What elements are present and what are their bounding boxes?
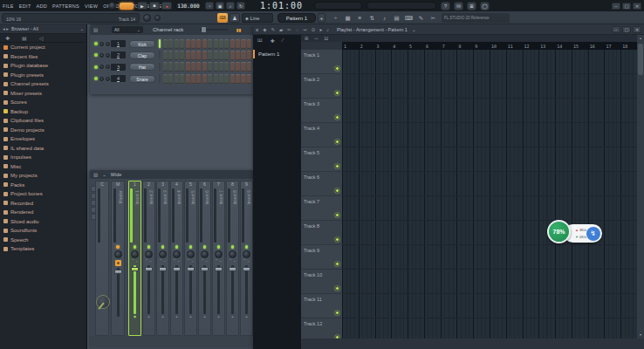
strip-pan-knob[interactable] [145,250,153,258]
playlist-close-button[interactable]: ✕ [633,26,641,33]
channel-name-button[interactable]: Clap [129,51,155,59]
step-cell[interactable] [168,51,173,60]
mixer-strip-5[interactable]: 5Insert 5⌃ ⌄▴ [184,181,197,336]
browser-item-plugin-presets[interactable]: Plugin presets [0,71,86,80]
strip-led[interactable] [189,245,193,249]
channel-select-indicator[interactable] [159,74,161,83]
strip-arm-icon[interactable]: ▴ [157,314,168,319]
strip-led[interactable] [175,245,179,249]
step-cell[interactable] [241,74,245,84]
step-cell[interactable] [196,62,201,72]
track-mute-led[interactable] [335,237,339,242]
mixer-strip-master[interactable]: MMaster [111,181,125,336]
strip-pan-knob[interactable] [215,250,223,258]
step-cell[interactable] [202,62,207,72]
precount-icon[interactable]: ▣ [216,2,224,10]
strip-arm-icon[interactable]: ▴ [185,314,196,319]
main-volume-knob[interactable] [108,2,116,10]
strip-led[interactable] [161,245,165,249]
grid-icon[interactable]: Ш [324,36,328,41]
step-cell[interactable] [202,51,207,60]
mixer-menu-icon[interactable]: ▤ [93,172,98,177]
strip-led[interactable] [217,245,221,249]
playlist-scrollbar[interactable]: ▴ ▾ [637,35,644,339]
strip-led[interactable] [245,245,249,249]
step-cell[interactable] [163,39,168,49]
track-mute-led[interactable] [335,91,339,95]
step-cell[interactable] [168,62,173,72]
step-cell[interactable] [191,62,195,72]
track-header-track-1[interactable]: Track 1 [301,50,342,74]
tempo-display[interactable]: 130.000 [175,2,202,10]
channel-mute-led[interactable] [94,77,98,80]
track-mute-led[interactable] [335,188,339,193]
browser-item-recent-files[interactable]: Recent files [0,52,86,62]
strip-fader[interactable] [200,265,209,314]
step-cell[interactable] [186,51,190,60]
playlist-minimize-button[interactable]: – [612,26,620,33]
mixer-strip-4[interactable]: 4Insert 4⌃ ⌄▴ [170,181,183,336]
browser-item-speech[interactable]: Speech [0,236,86,245]
lock-icon[interactable] [115,260,121,266]
strip-pan-knob[interactable] [243,250,250,258]
strip-fader[interactable] [242,265,251,314]
stretch-icon[interactable]: ⇿ [314,36,318,41]
browser-item-clipboard-files[interactable]: Clipboard files [0,116,86,126]
track-header-track-2[interactable]: Track 2 [301,74,342,99]
menu-add[interactable]: ADD [37,3,48,9]
track-header-track-12[interactable]: Track 12 [301,318,342,339]
step-cell[interactable] [236,62,240,72]
step-cell[interactable] [196,74,201,84]
pattern-selector[interactable]: Pattern 1 [277,13,316,23]
channel-volume-knob[interactable] [106,42,110,46]
scroll-up-icon[interactable]: ▴ [637,35,644,42]
strip-arm-icon[interactable]: ▴ [199,314,210,319]
step-cell[interactable] [224,51,229,60]
step-cell[interactable] [247,74,251,84]
channel-number[interactable]: 3 [111,64,126,71]
channel-pan-knob[interactable] [99,53,104,58]
track-mute-led[interactable] [335,66,339,71]
strip-fader[interactable] [158,265,168,314]
step-cell[interactable] [247,39,251,49]
help-icon[interactable]: ? [441,2,450,10]
fader-handle[interactable] [114,270,122,274]
step-cell[interactable] [186,39,190,49]
cut-icon[interactable]: ✂ [287,27,291,32]
cut-icon[interactable]: ✂ [428,13,439,23]
step-cell[interactable] [236,39,240,49]
step-cell[interactable] [196,39,201,49]
strip-arm-icon[interactable]: ▴ [171,314,182,319]
browser-item-templates[interactable]: Templates [0,244,86,254]
delete-icon[interactable]: ◌ [296,27,298,32]
filter-icon[interactable]: ∕ [283,38,284,44]
channel-mute-led[interactable] [94,53,98,57]
strip-fader[interactable] [172,265,182,314]
step-cell[interactable] [163,62,168,72]
add-icon[interactable]: ✚ [5,35,10,41]
pattern-song-switch[interactable] [120,3,134,10]
channel-select-indicator[interactable] [159,51,161,59]
menu-patterns[interactable]: PATTERNS [52,3,79,9]
mixer-strip-8[interactable]: 8Insert 8⌃ ⌄▴ [226,181,239,336]
sync-icon[interactable]: ◯ [480,2,490,10]
fader-handle[interactable] [187,267,195,271]
channel-mute-led[interactable] [94,65,98,69]
track-header-track-6[interactable]: Track 6 [301,172,342,196]
step-cell[interactable] [219,39,223,49]
channel-volume-knob[interactable] [106,53,110,58]
scrollbar-thumb[interactable] [638,44,643,75]
step-cell[interactable] [186,62,190,72]
strip-pan-knob[interactable] [229,250,236,258]
cpu-meter-panel[interactable] [367,2,436,10]
step-cell[interactable] [224,39,229,49]
strip-fader[interactable] [186,265,195,314]
master-pan-knob[interactable] [114,250,122,258]
step-cell[interactable] [180,74,184,84]
step-cell[interactable] [175,74,179,84]
channel-rack-titlebar[interactable]: ▤ All ⌄ Channel rack ▮▮ [90,24,253,35]
strip-led[interactable] [134,245,137,249]
fader-handle[interactable] [159,267,167,271]
channel-number[interactable]: 2 [111,51,126,58]
mixer-strip-3[interactable]: 3Insert 3⌃ ⌄▴ [156,181,169,336]
